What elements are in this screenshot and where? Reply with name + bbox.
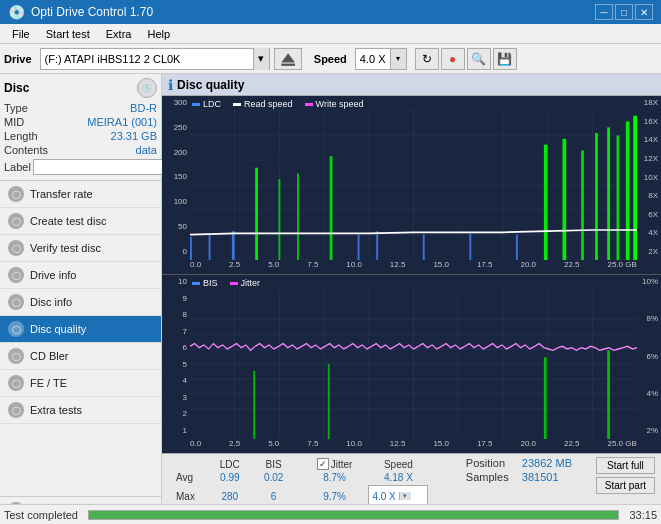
disc-section-title: Disc (4, 81, 29, 95)
y-right-12x: 12X (637, 154, 661, 163)
xb-label-200: 20.0 (520, 439, 536, 453)
stats-row-avg: Avg 0.99 0.02 8.7% 4.18 X (168, 471, 436, 484)
xb-label-175: 17.5 (477, 439, 493, 453)
svg-rect-1 (281, 63, 295, 65)
jitter-checkbox[interactable]: ✓ (317, 458, 329, 470)
y-label-7: 7 (162, 327, 190, 336)
fe-te-icon: ◯ (8, 375, 24, 391)
sidebar-item-cd-bler[interactable]: ◯ CD Bler (0, 343, 161, 370)
speed-selector[interactable]: 4.0 X ▾ (355, 48, 407, 70)
close-button[interactable]: ✕ (635, 4, 653, 20)
speed-inline-arrow[interactable]: ▾ (399, 492, 411, 500)
svg-rect-31 (563, 139, 567, 260)
y-right-18x: 18X (637, 98, 661, 107)
speed-dropdown-arrow[interactable]: ▾ (390, 49, 406, 69)
title-bar-controls: ─ □ ✕ (595, 4, 653, 20)
drive-value: (F:) ATAPI iHBS112 2 CL0K (41, 53, 253, 65)
start-part-button[interactable]: Start part (596, 477, 655, 494)
menu-file[interactable]: File (4, 26, 38, 42)
start-full-button[interactable]: Start full (596, 457, 655, 474)
disc-icon: 💿 (137, 78, 157, 98)
nav-label-disc-info: Disc info (30, 296, 72, 308)
legend-read-speed: Read speed (233, 99, 293, 109)
svg-marker-0 (281, 53, 295, 62)
sidebar: Disc 💿 Type BD-R MID MEIRA1 (001) Length… (0, 74, 162, 524)
chart-bottom-x-axis: 0.0 2.5 5.0 7.5 10.0 12.5 15.0 17.5 20.0… (190, 439, 637, 453)
nav-label-transfer-rate: Transfer rate (30, 188, 93, 200)
svg-rect-33 (595, 133, 598, 260)
y-right-10x: 10X (637, 173, 661, 182)
disc-quality-icon: ◯ (8, 321, 24, 337)
y-label-1: 1 (162, 426, 190, 435)
legend-read-speed-label: Read speed (244, 99, 293, 109)
cd-bler-icon: ◯ (8, 348, 24, 364)
y-right-10pct: 10% (637, 277, 661, 286)
disc-mid-value: MEIRA1 (001) (87, 116, 157, 128)
chart-bottom-y-axis-right: 10% 8% 6% 4% 2% (637, 275, 661, 437)
sidebar-item-disc-quality[interactable]: ◯ Disc quality (0, 316, 161, 343)
menu-bar: File Start test Extra Help (0, 24, 661, 44)
x-label-200: 20.0 (520, 260, 536, 274)
speed-label: Speed (314, 53, 347, 65)
xb-label-gb: 25.0 GB (608, 439, 637, 453)
legend-write-speed-label: Write speed (316, 99, 364, 109)
chart-bottom-svg (190, 289, 637, 439)
x-label-150: 15.0 (433, 260, 449, 274)
sidebar-item-create-test-disc[interactable]: ◯ Create test disc (0, 208, 161, 235)
svg-rect-19 (209, 235, 211, 260)
main-layout: Disc 💿 Type BD-R MID MEIRA1 (001) Length… (0, 74, 661, 524)
drive-selector[interactable]: (F:) ATAPI iHBS112 2 CL0K ▾ (40, 48, 270, 70)
xb-label-150: 15.0 (433, 439, 449, 453)
col-header-empty (168, 457, 205, 471)
drive-dropdown-arrow[interactable]: ▾ (253, 48, 269, 70)
col-header-jitter: ✓ Jitter (309, 457, 361, 471)
menu-help[interactable]: Help (139, 26, 178, 42)
sidebar-item-drive-info[interactable]: ◯ Drive info (0, 262, 161, 289)
sidebar-item-transfer-rate[interactable]: ◯ Transfer rate (0, 181, 161, 208)
legend-ldc: LDC (192, 99, 221, 109)
avg-label: Avg (168, 471, 205, 484)
title-bar: 💿 Opti Drive Control 1.70 ─ □ ✕ (0, 0, 661, 24)
title-bar-left: 💿 Opti Drive Control 1.70 (8, 4, 153, 20)
avg-empty (293, 471, 309, 484)
speed-value: 4.0 X (356, 53, 390, 65)
maximize-button[interactable]: □ (615, 4, 633, 20)
svg-rect-34 (607, 127, 610, 260)
speed-select-val: 4.0 X (369, 491, 398, 502)
start-buttons: Start full Start part (596, 457, 655, 494)
legend-jitter-dot (230, 282, 238, 285)
scan-button[interactable]: 🔍 (467, 48, 491, 70)
xb-label-75: 7.5 (307, 439, 318, 453)
col-header-bis: BIS (255, 457, 293, 471)
position-row: Position 23862 MB (466, 457, 586, 469)
y-right-6x: 6X (637, 210, 661, 219)
chart-bottom-legend: BIS Jitter (192, 278, 260, 288)
y-right-2pct: 2% (637, 426, 661, 435)
disc-quality-header: ℹ Disc quality (162, 74, 661, 96)
svg-rect-24 (330, 156, 333, 260)
sidebar-item-fe-te[interactable]: ◯ FE / TE (0, 370, 161, 397)
svg-rect-22 (278, 179, 280, 260)
disc-label-input[interactable] (33, 159, 166, 175)
save-button[interactable]: 💾 (493, 48, 517, 70)
disc-contents-value: data (136, 144, 157, 156)
menu-start-test[interactable]: Start test (38, 26, 98, 42)
eject-button[interactable] (274, 48, 302, 70)
svg-rect-20 (232, 231, 235, 260)
samples-label: Samples (466, 471, 516, 483)
menu-extra[interactable]: Extra (98, 26, 140, 42)
y-label-100: 100 (162, 197, 190, 206)
nav-label-create-test-disc: Create test disc (30, 215, 106, 227)
y-right-8pct: 8% (637, 314, 661, 323)
chart-bottom-y-axis-left: 10 9 8 7 6 5 4 3 2 1 (162, 275, 190, 437)
y-label-50: 50 (162, 222, 190, 231)
burn-button[interactable]: ● (441, 48, 465, 70)
xb-label-100: 10.0 (346, 439, 362, 453)
drive-label: Drive (4, 53, 32, 65)
minimize-button[interactable]: ─ (595, 4, 613, 20)
sidebar-item-verify-test-disc[interactable]: ◯ Verify test disc (0, 235, 161, 262)
disc-quality-header-icon: ℹ (168, 77, 173, 93)
sidebar-item-extra-tests[interactable]: ◯ Extra tests (0, 397, 161, 424)
sidebar-item-disc-info[interactable]: ◯ Disc info (0, 289, 161, 316)
refresh-button[interactable]: ↻ (415, 48, 439, 70)
